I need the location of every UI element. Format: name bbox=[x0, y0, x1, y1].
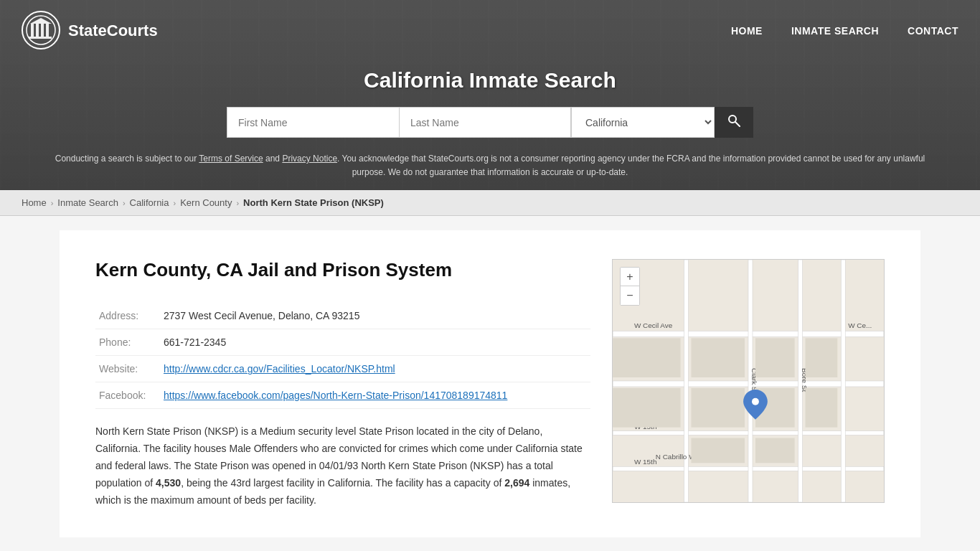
phone-label: Phone: bbox=[95, 329, 160, 356]
zoom-in-button[interactable]: + bbox=[621, 268, 639, 286]
nav-home[interactable]: HOME bbox=[731, 25, 763, 37]
logo-text: StateCourts bbox=[68, 22, 158, 40]
svg-rect-34 bbox=[755, 438, 795, 463]
breadcrumb-inmate-search[interactable]: Inmate Search bbox=[57, 197, 118, 208]
disclaimer: Conducting a search is subject to our Te… bbox=[0, 149, 980, 190]
logo-link[interactable]: StateCourts bbox=[22, 11, 158, 50]
table-row: Website: http://www.cdcr.ca.gov/Faciliti… bbox=[95, 356, 590, 382]
table-row: Address: 2737 West Cecil Avenue, Delano,… bbox=[95, 303, 590, 329]
page-title: California Inmate Search bbox=[0, 68, 980, 93]
state-select[interactable]: Select State Alabama Alaska California C… bbox=[571, 107, 715, 138]
svg-rect-36 bbox=[613, 388, 680, 428]
facebook-link[interactable]: https://www.facebook.com/pages/North-Ker… bbox=[164, 390, 507, 401]
breadcrumb-kern-county[interactable]: Kern County bbox=[180, 197, 232, 208]
content-left: Kern County, CA Jail and Prison System A… bbox=[95, 259, 590, 509]
svg-marker-7 bbox=[30, 18, 52, 24]
svg-rect-32 bbox=[806, 388, 838, 428]
nav-contact[interactable]: CONTACT bbox=[908, 25, 958, 37]
map-svg: W Cecil Ave W Ce... Clark St Bore St W 1… bbox=[613, 260, 884, 502]
svg-rect-33 bbox=[691, 438, 745, 463]
map-zoom-controls: + − bbox=[620, 267, 640, 306]
svg-rect-6 bbox=[29, 37, 52, 39]
terms-link[interactable]: Terms of Service bbox=[199, 154, 263, 164]
table-row: Facebook: https://www.facebook.com/pages… bbox=[95, 382, 590, 409]
logo-icon bbox=[22, 11, 61, 50]
header: StateCourts HOME INMATE SEARCH CONTACT C… bbox=[0, 0, 980, 190]
search-bar: Select State Alabama Alaska California C… bbox=[0, 107, 980, 149]
svg-line-9 bbox=[735, 122, 740, 126]
facility-title: Kern County, CA Jail and Prison System bbox=[95, 259, 590, 281]
svg-rect-27 bbox=[691, 339, 745, 378]
breadcrumb-sep-2: › bbox=[123, 199, 126, 207]
breadcrumb: Home › Inmate Search › California › Kern… bbox=[0, 190, 980, 216]
map-container: + − bbox=[612, 259, 885, 503]
svg-rect-4 bbox=[41, 24, 44, 37]
website-link[interactable]: http://www.cdcr.ca.gov/Facilities_Locato… bbox=[164, 363, 395, 375]
top-navigation: StateCourts HOME INMATE SEARCH CONTACT bbox=[0, 0, 980, 61]
breadcrumb-current: North Kern State Prison (NKSP) bbox=[243, 197, 384, 208]
header-title-area: California Inmate Search bbox=[0, 61, 980, 107]
content-card: Kern County, CA Jail and Prison System A… bbox=[60, 230, 920, 537]
disclaimer-text-after: . You acknowledge that StateCourts.org i… bbox=[337, 154, 925, 177]
zoom-out-button[interactable]: − bbox=[621, 286, 639, 305]
last-name-input[interactable] bbox=[399, 107, 571, 138]
svg-text:W Cecil Ave: W Cecil Ave bbox=[634, 322, 673, 330]
svg-point-40 bbox=[752, 398, 759, 405]
disclaimer-text-before: Conducting a search is subject to our bbox=[55, 154, 199, 164]
website-value: http://www.cdcr.ca.gov/Facilities_Locato… bbox=[160, 356, 590, 382]
first-name-input[interactable] bbox=[227, 107, 399, 138]
breadcrumb-sep-1: › bbox=[51, 199, 54, 207]
info-table: Address: 2737 West Cecil Avenue, Delano,… bbox=[95, 303, 590, 409]
facebook-value: https://www.facebook.com/pages/North-Ker… bbox=[160, 382, 590, 409]
privacy-link[interactable]: Privacy Notice bbox=[282, 154, 337, 164]
search-button[interactable] bbox=[715, 107, 753, 138]
desc-text-2: , being the 43rd largest facility in Cal… bbox=[181, 477, 504, 489]
svg-rect-31 bbox=[806, 339, 838, 378]
svg-rect-16 bbox=[684, 260, 689, 502]
facility-population: 4,530 bbox=[156, 477, 181, 489]
breadcrumb-sep-4: › bbox=[236, 199, 239, 207]
facility-capacity: 2,694 bbox=[504, 477, 529, 489]
svg-rect-19 bbox=[841, 260, 845, 502]
content-right: + − bbox=[612, 259, 885, 509]
search-icon bbox=[727, 114, 740, 127]
address-value: 2737 West Cecil Avenue, Delano, CA 93215 bbox=[160, 303, 590, 329]
svg-text:W 15th: W 15th bbox=[634, 458, 656, 466]
nav-links: HOME INMATE SEARCH CONTACT bbox=[731, 25, 958, 37]
table-row: Phone: 661-721-2345 bbox=[95, 329, 590, 356]
website-label: Website: bbox=[95, 356, 160, 382]
svg-rect-3 bbox=[36, 24, 39, 37]
disclaimer-and: and bbox=[263, 154, 283, 164]
address-label: Address: bbox=[95, 303, 160, 329]
main-content: Kern County, CA Jail and Prison System A… bbox=[0, 216, 980, 551]
nav-inmate-search[interactable]: INMATE SEARCH bbox=[791, 25, 879, 37]
svg-rect-35 bbox=[613, 339, 680, 378]
svg-rect-5 bbox=[46, 24, 49, 37]
breadcrumb-sep-3: › bbox=[174, 199, 176, 207]
phone-value: 661-721-2345 bbox=[160, 329, 590, 356]
svg-rect-28 bbox=[755, 339, 795, 378]
svg-rect-29 bbox=[691, 388, 745, 428]
svg-text:W Ce...: W Ce... bbox=[848, 322, 872, 330]
breadcrumb-home[interactable]: Home bbox=[22, 197, 47, 208]
svg-rect-2 bbox=[31, 24, 34, 37]
facility-description: North Kern State Prison (NKSP) is a Medi… bbox=[95, 423, 590, 509]
breadcrumb-california[interactable]: California bbox=[130, 197, 169, 208]
facebook-label: Facebook: bbox=[95, 382, 160, 409]
